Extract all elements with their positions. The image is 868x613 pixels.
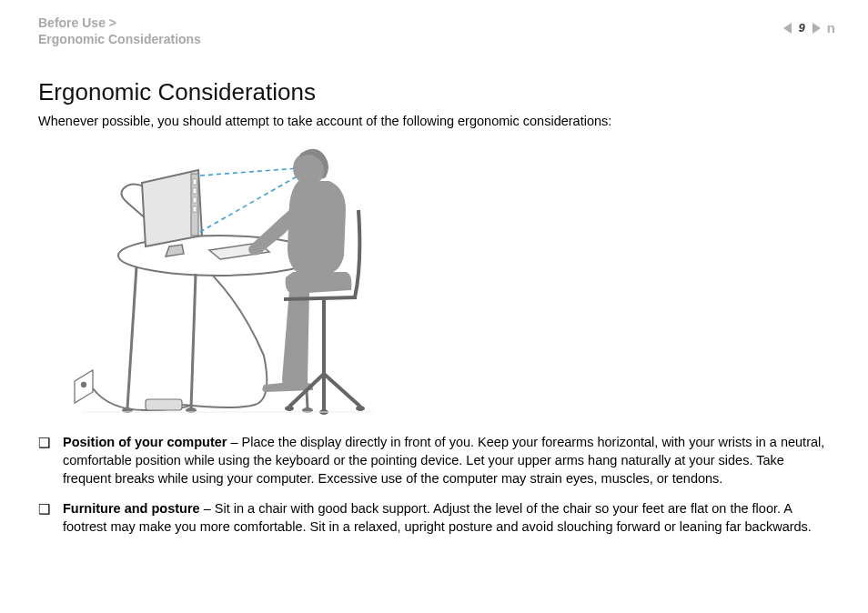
manual-page: Before Use > Ergonomic Considerations 9 …	[0, 0, 868, 613]
breadcrumb-line-1: Before Use >	[38, 15, 201, 31]
bullet-text: Furniture and posture – Sit in a chair w…	[63, 500, 835, 536]
page-header: Before Use > Ergonomic Considerations 9 …	[38, 15, 835, 47]
svg-point-22	[285, 406, 294, 411]
svg-point-0	[82, 383, 86, 387]
next-page-icon[interactable]	[812, 23, 821, 34]
breadcrumb-line-2: Ergonomic Considerations	[38, 31, 201, 47]
svg-line-3	[127, 266, 136, 408]
breadcrumb: Before Use > Ergonomic Considerations	[38, 15, 201, 47]
posture-diagram-svg	[55, 137, 400, 419]
intro-paragraph: Whenever possible, you should attempt to…	[38, 114, 835, 128]
bullet-list: ❑ Position of your computer – Place the …	[38, 434, 835, 536]
svg-line-20	[324, 374, 360, 407]
bullet-marker: ❑	[38, 500, 50, 536]
svg-rect-10	[193, 179, 197, 185]
svg-point-23	[356, 406, 365, 411]
bullet-marker: ❑	[38, 434, 50, 487]
list-item: ❑ Position of your computer – Place the …	[38, 434, 835, 487]
page-number: 9	[797, 21, 807, 35]
svg-line-17	[284, 297, 357, 299]
svg-rect-1	[146, 399, 182, 410]
svg-rect-13	[193, 206, 197, 212]
svg-rect-11	[193, 188, 197, 194]
svg-rect-12	[193, 197, 197, 203]
svg-line-14	[200, 168, 298, 176]
page-navigator: 9 n	[783, 20, 835, 35]
ergonomic-illustration	[55, 137, 835, 423]
bullet-text: Position of your computer – Place the di…	[63, 434, 835, 487]
bullet-heading: Furniture and posture	[63, 501, 200, 516]
prev-page-icon[interactable]	[783, 23, 792, 34]
bullet-heading: Position of your computer	[63, 435, 227, 449]
svg-line-5	[191, 274, 196, 408]
list-item: ❑ Furniture and posture – Sit in a chair…	[38, 500, 835, 536]
n-label: n	[827, 20, 835, 35]
page-title: Ergonomic Considerations	[38, 78, 835, 106]
